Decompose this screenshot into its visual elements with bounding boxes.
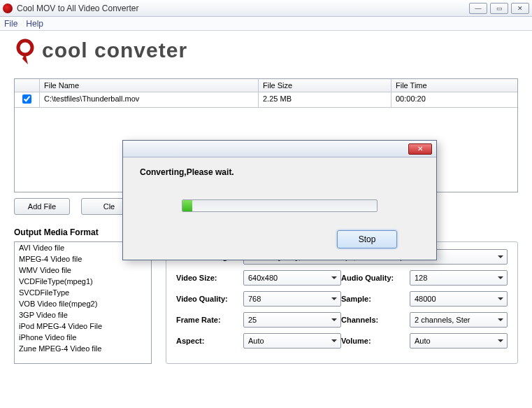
add-file-button[interactable]: Add File bbox=[14, 198, 70, 215]
video-size-combo[interactable]: 640x480 bbox=[243, 270, 341, 286]
dialog-titlebar[interactable]: ✕ bbox=[123, 141, 436, 157]
aspect-combo[interactable]: Auto bbox=[243, 333, 341, 349]
progress-bar bbox=[182, 199, 378, 212]
window-title: Cool MOV to All Video Converter bbox=[17, 3, 466, 13]
channels-combo[interactable]: 2 channels, Ster bbox=[410, 312, 508, 328]
minimize-button[interactable]: — bbox=[469, 3, 487, 14]
col-size-header: File Size bbox=[259, 79, 391, 92]
sample-combo[interactable]: 48000 bbox=[410, 291, 508, 307]
cell-filesize: 2.25 MB bbox=[259, 92, 391, 108]
menu-help[interactable]: Help bbox=[26, 19, 43, 29]
converting-dialog: ✕ Converting,Please wait. Stop bbox=[122, 140, 437, 260]
stop-button[interactable]: Stop bbox=[337, 230, 397, 248]
progress-fill bbox=[182, 200, 192, 211]
video-quality-combo[interactable]: 768 bbox=[243, 291, 341, 307]
volume-combo[interactable]: Auto bbox=[410, 333, 508, 349]
list-item[interactable]: VCDFileType(mpeg1) bbox=[15, 276, 151, 287]
list-item[interactable]: iPhone Video file bbox=[15, 332, 151, 343]
col-check-header bbox=[15, 79, 40, 92]
cell-filename: C:\testfiles\Thunderball.mov bbox=[40, 92, 259, 108]
cell-filetime: 00:00:20 bbox=[391, 92, 517, 108]
svg-point-0 bbox=[18, 41, 32, 55]
col-time-header: File Time bbox=[391, 79, 517, 92]
volume-label: Volume: bbox=[341, 337, 410, 345]
dialog-close-button[interactable]: ✕ bbox=[408, 143, 432, 155]
list-item[interactable]: iPod MPEG-4 Video File bbox=[15, 321, 151, 332]
dialog-message: Converting,Please wait. bbox=[140, 167, 419, 177]
brand-banner: cool conveter bbox=[0, 31, 532, 70]
col-name-header: File Name bbox=[40, 79, 259, 92]
menubar: File Help bbox=[0, 17, 532, 31]
list-item[interactable]: WMV Video file bbox=[15, 265, 151, 276]
channels-label: Channels: bbox=[341, 316, 410, 324]
menu-file[interactable]: File bbox=[4, 19, 17, 29]
frame-rate-combo[interactable]: 25 bbox=[243, 312, 341, 328]
maximize-button[interactable]: ▭ bbox=[490, 3, 508, 14]
brand-logo: cool conveter bbox=[13, 34, 306, 67]
frame-rate-label: Frame Rate: bbox=[176, 316, 243, 324]
list-item[interactable]: 3GP Video file bbox=[15, 309, 151, 321]
list-item[interactable]: Zune MPEG-4 Video file bbox=[15, 343, 151, 354]
file-table-header: File Name File Size File Time bbox=[15, 79, 517, 92]
row-checkbox[interactable] bbox=[22, 94, 31, 104]
app-icon bbox=[3, 3, 13, 13]
video-size-label: Video Size: bbox=[176, 274, 243, 282]
svg-text:cool conveter: cool conveter bbox=[42, 38, 187, 62]
aspect-label: Aspect: bbox=[176, 337, 243, 345]
list-item[interactable]: VOB Video file(mpeg2) bbox=[15, 298, 151, 309]
table-row[interactable]: C:\testfiles\Thunderball.mov 2.25 MB 00:… bbox=[15, 92, 517, 108]
audio-quality-combo[interactable]: 128 bbox=[410, 270, 508, 286]
titlebar: Cool MOV to All Video Converter — ▭ ✕ bbox=[0, 0, 532, 17]
close-button[interactable]: ✕ bbox=[511, 3, 529, 14]
list-item[interactable]: SVCDFileType bbox=[15, 287, 151, 298]
video-quality-label: Video Quality: bbox=[176, 295, 243, 303]
sample-label: Sample: bbox=[341, 295, 410, 303]
audio-quality-label: Audio Quality: bbox=[341, 274, 410, 282]
